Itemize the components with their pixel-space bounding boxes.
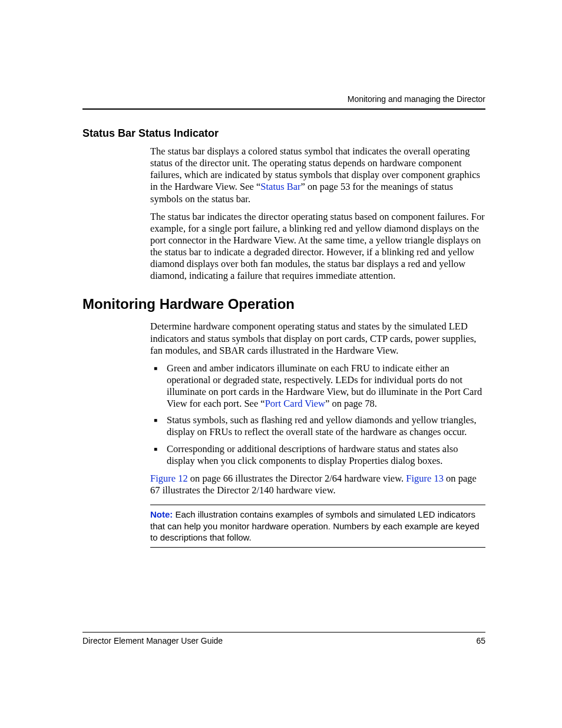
note-body: Each illustration contains examples of s… bbox=[150, 509, 480, 542]
header-rule bbox=[82, 108, 485, 110]
footer-rule bbox=[82, 632, 485, 633]
list-item: Green and amber indicators illuminate on… bbox=[150, 363, 485, 410]
section1-p1: The status bar displays a colored status… bbox=[150, 146, 485, 205]
note-label: Note: bbox=[150, 509, 173, 519]
heading-monitoring-hardware: Monitoring Hardware Operation bbox=[82, 296, 485, 312]
page-footer: Director Element Manager User Guide 65 bbox=[82, 632, 485, 645]
link-port-card-view[interactable]: Port Card View bbox=[265, 398, 325, 409]
note-block: Note: Each illustration contains example… bbox=[150, 509, 485, 543]
bullet-text-post: ” on page 78. bbox=[325, 398, 377, 409]
list-item: Corresponding or additional descriptions… bbox=[150, 443, 485, 467]
section1-p2: The status bar indicates the director op… bbox=[150, 211, 485, 282]
running-header: Monitoring and managing the Director bbox=[82, 94, 485, 104]
heading-status-bar-indicator: Status Bar Status Indicator bbox=[82, 127, 485, 140]
link-status-bar[interactable]: Status Bar bbox=[260, 181, 300, 192]
note-rule-bottom bbox=[150, 547, 485, 548]
page: Monitoring and managing the Director Sta… bbox=[0, 0, 562, 728]
fig-mid: on page 66 illustrates the Director 2/64… bbox=[188, 473, 406, 484]
link-figure-12[interactable]: Figure 12 bbox=[150, 473, 188, 484]
page-number: 65 bbox=[476, 636, 485, 645]
section2-bullets: Green and amber indicators illuminate on… bbox=[150, 363, 485, 467]
section2-intro: Determine hardware component operating s… bbox=[150, 321, 485, 356]
link-figure-13[interactable]: Figure 13 bbox=[406, 473, 444, 484]
section1-body: The status bar displays a colored status… bbox=[150, 146, 485, 282]
bullet-text: Status symbols, such as flashing red and… bbox=[167, 414, 477, 437]
section2-body: Determine hardware component operating s… bbox=[150, 321, 485, 547]
list-item: Status symbols, such as flashing red and… bbox=[150, 414, 485, 438]
note-rule-top bbox=[150, 505, 485, 505]
figure-reference-para: Figure 12 on page 66 illustrates the Dir… bbox=[150, 473, 485, 496]
footer-title: Director Element Manager User Guide bbox=[82, 636, 223, 645]
bullet-text: Corresponding or additional descriptions… bbox=[167, 443, 458, 466]
